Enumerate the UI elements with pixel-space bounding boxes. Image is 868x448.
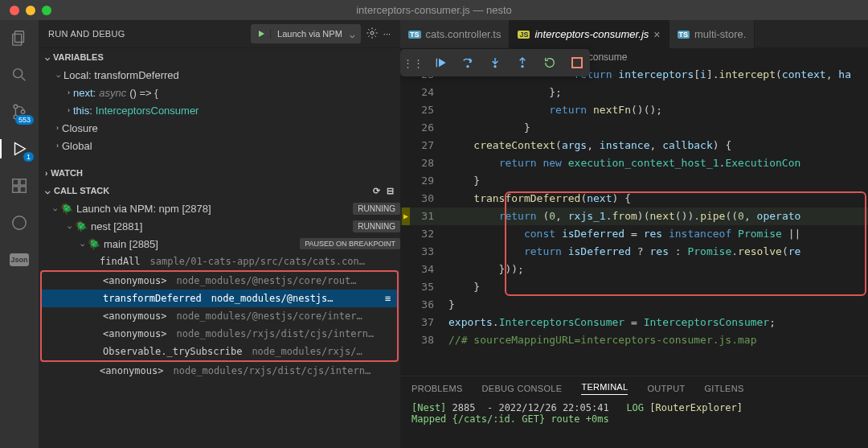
panel-tab-problems[interactable]: PROBLEMS xyxy=(411,384,463,393)
restart-icon[interactable] xyxy=(542,55,558,71)
svg-rect-11 xyxy=(20,179,26,185)
tab-multi-store[interactable]: TSmulti-store. xyxy=(669,20,755,48)
code-line[interactable]: 34 })); xyxy=(400,261,868,278)
scope-local[interactable]: ⌵Local: transformDeferred xyxy=(39,66,400,84)
variable-next[interactable]: › next: async () => { xyxy=(39,84,400,101)
variable-this[interactable]: › this: InterceptorsConsumer xyxy=(39,101,400,119)
svg-point-21 xyxy=(522,66,523,68)
svg-point-4 xyxy=(14,105,18,109)
titlebar: interceptors-consumer.js — nesto xyxy=(0,0,868,20)
panel-tabs: PROBLEMSDEBUG CONSOLETERMINALOUTPUTGITLE… xyxy=(400,376,868,401)
history-icon[interactable]: ⟳ xyxy=(373,186,380,196)
code-line[interactable]: 38//# sourceMappingURL=interceptors-cons… xyxy=(400,331,868,349)
activity-bar: 553 1 Json xyxy=(0,20,39,448)
more-icon[interactable]: ··· xyxy=(383,29,391,39)
svg-point-17 xyxy=(467,66,469,68)
editor-area: TScats.controller.ts JSinterceptors-cons… xyxy=(400,20,868,448)
thread-row[interactable]: ⌵🪲nest [2881]RUNNING xyxy=(39,217,400,235)
code-line[interactable]: 31 return (0, rxjs_1.from)(next()).pipe(… xyxy=(400,208,868,225)
stack-frame[interactable]: <anonymous>node_modules/rxjs/dist/cjs/in… xyxy=(42,325,397,343)
code-line[interactable]: 26 } xyxy=(400,119,868,137)
drag-grip-icon[interactable]: ⋮⋮ xyxy=(405,55,421,71)
scope-global[interactable]: › Global xyxy=(39,137,400,154)
svg-point-6 xyxy=(21,110,25,114)
code-line[interactable]: 27 createContext(args, instance, callbac… xyxy=(400,137,868,154)
panel-tab-output[interactable]: OUTPUT xyxy=(647,384,685,393)
code-line[interactable]: 29 } xyxy=(400,172,868,190)
thread-row[interactable]: ⌵🪲Launch via NPM: npm [2878]RUNNING xyxy=(39,199,400,217)
stop-icon[interactable] xyxy=(569,55,585,71)
watch-header[interactable]: ›WATCH xyxy=(39,164,400,182)
close-icon[interactable]: × xyxy=(653,28,660,41)
svg-marker-13 xyxy=(259,31,264,37)
maximize-window-icon[interactable] xyxy=(42,6,51,15)
callstack-highlight-box: <anonymous>node_modules/@nestjs/core/rou… xyxy=(40,270,399,362)
svg-marker-16 xyxy=(439,59,446,68)
stack-frame[interactable]: <anonymous>node_modules/rxjs/dist/cjs/in… xyxy=(39,362,400,380)
svg-point-14 xyxy=(371,31,374,35)
debug-sidebar: RUN AND DEBUG Launch via NPM ··· ⌵VARIAB… xyxy=(39,20,400,448)
editor-tabs: TScats.controller.ts JSinterceptors-cons… xyxy=(400,20,868,48)
svg-point-12 xyxy=(13,216,27,230)
stack-frame[interactable]: findAllsample/01-cats-app/src/cats/cats.… xyxy=(39,253,400,270)
stack-frame[interactable]: <anonymous>node_modules/@nestjs/core/rou… xyxy=(42,272,397,290)
step-over-icon[interactable] xyxy=(460,55,476,71)
code-editor[interactable]: 23 return interceptors[i].intercept(cont… xyxy=(400,66,868,376)
continue-icon[interactable] xyxy=(432,55,448,71)
stack-frame[interactable]: <anonymous>node_modules/@nestjs/core/int… xyxy=(42,307,397,325)
thread-row[interactable]: ⌵🪲main [2885]PAUSED ON BREAKPOINT xyxy=(39,235,400,253)
sidebar-title: RUN AND DEBUG xyxy=(48,29,125,39)
svg-line-3 xyxy=(22,77,26,81)
code-line[interactable]: 24 }; xyxy=(400,84,868,101)
code-line[interactable]: 35 } xyxy=(400,278,868,296)
code-line[interactable]: 37exports.InterceptorsConsumer = Interce… xyxy=(400,314,868,331)
svg-rect-15 xyxy=(436,59,437,68)
stack-frame-selected[interactable]: transformDeferrednode_modules/@nestjs… xyxy=(42,290,397,307)
source-control-icon[interactable]: 553 xyxy=(10,102,29,121)
svg-rect-8 xyxy=(13,179,18,185)
debug-badge: 1 xyxy=(23,152,34,162)
callstack-header[interactable]: ⌵CALL STACK ⟳⊟ xyxy=(39,182,400,199)
variables-header[interactable]: ⌵VARIABLES xyxy=(39,48,400,66)
debug-toolbar[interactable]: ⋮⋮ xyxy=(400,49,590,76)
close-window-icon[interactable] xyxy=(10,6,19,15)
code-line[interactable]: 33 return isDeferred ? res : Promise.res… xyxy=(400,243,868,261)
run-debug-icon[interactable]: 1 xyxy=(10,139,29,158)
code-line[interactable]: 32 const isDeferred = res instanceof Pro… xyxy=(400,225,868,243)
svg-rect-9 xyxy=(13,187,18,192)
collapse-icon[interactable]: ⊟ xyxy=(387,186,394,196)
code-line[interactable]: 30 transformDeferred(next) { xyxy=(400,190,868,208)
panel-tab-debug-console[interactable]: DEBUG CONSOLE xyxy=(482,384,563,393)
terminal-panel: PROBLEMSDEBUG CONSOLETERMINALOUTPUTGITLE… xyxy=(400,376,868,448)
terminal-output[interactable]: [Nest] 2885 - 2022/12/26 22:05:41 LOG [R… xyxy=(400,401,868,448)
stack-frame[interactable]: Observable._trySubscribenode_modules/rxj… xyxy=(42,343,397,360)
start-debug-icon[interactable] xyxy=(252,29,271,39)
svg-marker-7 xyxy=(15,143,26,155)
explorer-icon[interactable] xyxy=(10,28,29,47)
source-badge: 553 xyxy=(15,115,34,125)
tab-cats-controller[interactable]: TScats.controller.ts xyxy=(400,20,510,48)
step-out-icon[interactable] xyxy=(514,55,530,71)
minimize-window-icon[interactable] xyxy=(26,6,35,15)
panel-tab-gitlens[interactable]: GITLENS xyxy=(704,384,743,393)
extensions-icon[interactable] xyxy=(10,176,29,195)
svg-point-19 xyxy=(494,66,496,68)
panel-tab-terminal[interactable]: TERMINAL xyxy=(581,382,628,395)
scope-closure[interactable]: › Closure xyxy=(39,119,400,137)
svg-rect-1 xyxy=(13,34,22,45)
code-line[interactable]: 36} xyxy=(400,296,868,314)
json-extension-icon[interactable]: Json xyxy=(10,250,29,269)
code-line[interactable]: 25 return nextFn()(); xyxy=(400,101,868,119)
search-icon[interactable] xyxy=(10,65,29,84)
svg-rect-10 xyxy=(20,187,26,192)
code-line[interactable]: 28 return new execution_context_host_1.E… xyxy=(400,154,868,172)
launch-config-select[interactable]: Launch via NPM xyxy=(251,24,361,43)
svg-point-2 xyxy=(14,69,23,78)
step-into-icon[interactable] xyxy=(487,55,503,71)
svg-rect-0 xyxy=(15,31,24,43)
gear-icon[interactable] xyxy=(366,27,379,41)
remote-icon[interactable] xyxy=(10,213,29,232)
tab-interceptors-consumer[interactable]: JSinterceptors-consumer.js× xyxy=(510,20,669,48)
window-title: interceptors-consumer.js — nesto xyxy=(356,4,512,16)
